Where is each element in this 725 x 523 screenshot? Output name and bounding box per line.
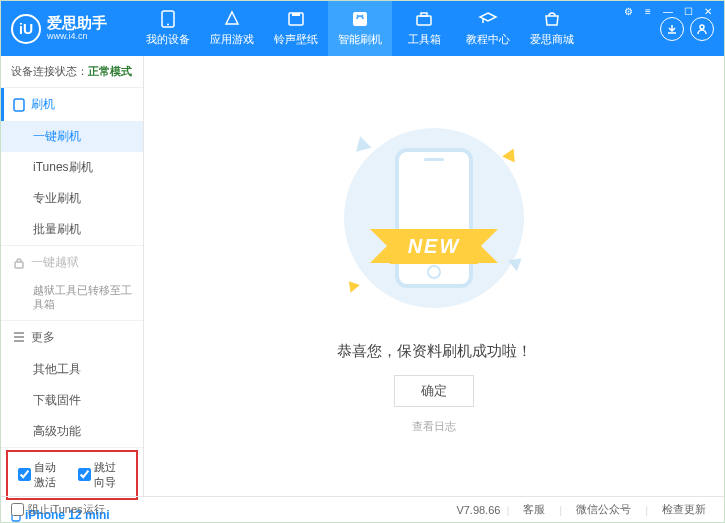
footer-link-support[interactable]: 客服 xyxy=(515,502,553,517)
footer: 阻止iTunes运行 V7.98.66 | 客服 | 微信公众号 | 检查更新 xyxy=(1,496,724,522)
maximize-button[interactable]: ☐ xyxy=(679,4,697,18)
svg-rect-8 xyxy=(14,99,24,111)
version-label: V7.98.66 xyxy=(456,504,500,516)
connection-status: 设备连接状态：正常模式 xyxy=(1,56,143,88)
section-jailbreak-header[interactable]: 一键越狱 xyxy=(1,246,143,279)
section-more-header[interactable]: 更多 xyxy=(1,321,143,354)
close-button[interactable]: ✕ xyxy=(699,4,717,18)
titlebar: iU 爱思助手 www.i4.cn 我的设备 应用游戏 铃声壁纸 智能刷机 xyxy=(1,1,724,56)
nav-toolbox[interactable]: 工具箱 xyxy=(392,1,456,56)
skin-icon[interactable]: ≡ xyxy=(639,4,657,18)
top-nav: 我的设备 应用游戏 铃声壁纸 智能刷机 工具箱 教程中心 xyxy=(136,1,660,56)
sidebar-item-oneclick-flash[interactable]: 一键刷机 xyxy=(1,121,143,152)
nav-apps-games[interactable]: 应用游戏 xyxy=(200,1,264,56)
connection-label: 设备连接状态： xyxy=(11,65,88,77)
checkbox-auto-activate[interactable]: 自动激活 xyxy=(18,460,66,490)
sidebar-item-advanced[interactable]: 高级功能 xyxy=(1,416,143,447)
phone-icon xyxy=(158,10,178,28)
nav-my-device[interactable]: 我的设备 xyxy=(136,1,200,56)
nav-tutorials[interactable]: 教程中心 xyxy=(456,1,520,56)
new-ribbon: NEW xyxy=(390,229,479,264)
minimize-button[interactable]: — xyxy=(659,4,677,18)
main-content: NEW 恭喜您，保资料刷机成功啦！ 确定 查看日志 xyxy=(144,56,724,496)
sidebar-item-batch-flash[interactable]: 批量刷机 xyxy=(1,214,143,245)
nav-smart-flash[interactable]: 智能刷机 xyxy=(328,1,392,56)
title-right xyxy=(660,17,714,41)
flash-icon xyxy=(350,10,370,28)
sidebar-item-pro-flash[interactable]: 专业刷机 xyxy=(1,183,143,214)
nav-store[interactable]: 爱思商城 xyxy=(520,1,584,56)
toolbox-icon xyxy=(414,10,434,28)
checkbox-input[interactable] xyxy=(11,503,24,516)
app-name: 爱思助手 xyxy=(47,15,107,32)
nav-ringtones[interactable]: 铃声壁纸 xyxy=(264,1,328,56)
svg-point-7 xyxy=(700,25,704,29)
sidebar: 设备连接状态：正常模式 刷机 一键刷机 iTunes刷机 专业刷机 批量刷机 一… xyxy=(1,56,144,496)
success-message: 恭喜您，保资料刷机成功啦！ xyxy=(337,342,532,361)
graduation-icon xyxy=(478,10,498,28)
nav-label: 教程中心 xyxy=(466,32,510,47)
sidebar-item-itunes-flash[interactable]: iTunes刷机 xyxy=(1,152,143,183)
section-flash-header[interactable]: 刷机 xyxy=(1,88,143,121)
store-icon xyxy=(542,10,562,28)
logo: iU 爱思助手 www.i4.cn xyxy=(11,14,136,44)
sidebar-item-download-firmware[interactable]: 下载固件 xyxy=(1,385,143,416)
svg-rect-9 xyxy=(15,262,23,268)
connection-value: 正常模式 xyxy=(88,65,132,77)
footer-link-update[interactable]: 检查更新 xyxy=(654,502,714,517)
checkbox-input[interactable] xyxy=(78,468,91,481)
checkbox-label: 阻止iTunes运行 xyxy=(28,502,105,517)
svg-rect-6 xyxy=(421,13,427,16)
svg-point-1 xyxy=(167,24,169,26)
success-illustration: NEW xyxy=(334,118,534,318)
svg-rect-3 xyxy=(292,13,300,16)
section-title: 刷机 xyxy=(31,96,55,113)
download-button[interactable] xyxy=(660,17,684,41)
nav-label: 工具箱 xyxy=(408,32,441,47)
section-title: 更多 xyxy=(31,329,55,346)
phone-illustration xyxy=(395,148,473,288)
jailbreak-note: 越狱工具已转移至工具箱 xyxy=(1,279,143,320)
nav-label: 铃声壁纸 xyxy=(274,32,318,47)
section-flash: 刷机 一键刷机 iTunes刷机 专业刷机 批量刷机 xyxy=(1,88,143,246)
window-controls: ⚙ ≡ — ☐ ✕ xyxy=(619,4,717,18)
lock-icon xyxy=(13,257,25,269)
nav-label: 智能刷机 xyxy=(338,32,382,47)
nav-label: 应用游戏 xyxy=(210,32,254,47)
wallpaper-icon xyxy=(286,10,306,28)
section-jailbreak: 一键越狱 越狱工具已转移至工具箱 xyxy=(1,246,143,321)
nav-label: 我的设备 xyxy=(146,32,190,47)
sidebar-item-other-tools[interactable]: 其他工具 xyxy=(1,354,143,385)
checkbox-label: 跳过向导 xyxy=(94,460,126,490)
checkbox-skip-wizard[interactable]: 跳过向导 xyxy=(78,460,126,490)
user-button[interactable] xyxy=(690,17,714,41)
checkbox-input[interactable] xyxy=(18,468,31,481)
svg-rect-5 xyxy=(417,16,431,25)
footer-link-wechat[interactable]: 微信公众号 xyxy=(568,502,639,517)
svg-rect-4 xyxy=(353,12,367,26)
section-more: 更多 其他工具 下载固件 高级功能 xyxy=(1,321,143,448)
section-title: 一键越狱 xyxy=(31,254,79,271)
app-window: ⚙ ≡ — ☐ ✕ iU 爱思助手 www.i4.cn 我的设备 应用游戏 铃声 xyxy=(0,0,725,523)
phone-icon xyxy=(13,98,25,112)
checkbox-block-itunes[interactable]: 阻止iTunes运行 xyxy=(11,502,105,517)
apps-icon xyxy=(222,10,242,28)
body: 设备连接状态：正常模式 刷机 一键刷机 iTunes刷机 专业刷机 批量刷机 一… xyxy=(1,56,724,496)
view-log-link[interactable]: 查看日志 xyxy=(412,419,456,434)
list-icon xyxy=(13,332,25,342)
logo-icon: iU xyxy=(11,14,41,44)
nav-label: 爱思商城 xyxy=(530,32,574,47)
ok-button[interactable]: 确定 xyxy=(394,375,474,407)
app-url: www.i4.cn xyxy=(47,32,107,42)
option-checkboxes: 自动激活 跳过向导 xyxy=(6,450,138,500)
checkbox-label: 自动激活 xyxy=(34,460,66,490)
settings-icon[interactable]: ⚙ xyxy=(619,4,637,18)
